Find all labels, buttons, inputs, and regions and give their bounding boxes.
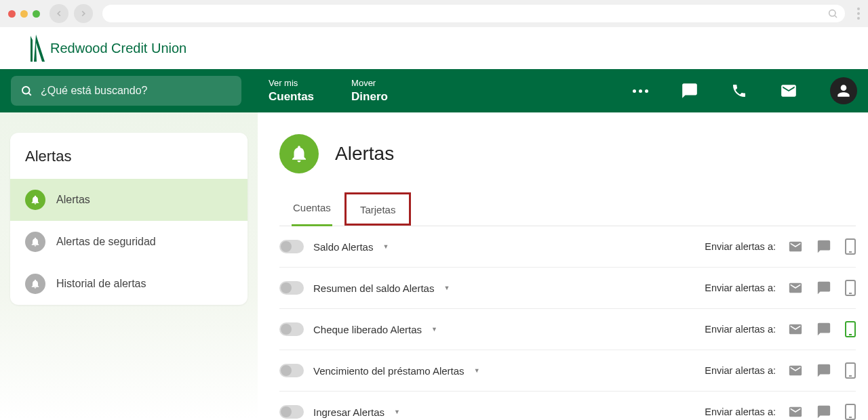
nav-actions bbox=[633, 77, 857, 104]
bell-icon bbox=[25, 232, 45, 252]
chevron-down-icon: ▼ bbox=[431, 326, 437, 333]
nav-accounts-line1: Ver mis bbox=[269, 78, 314, 89]
channel-icons bbox=[788, 280, 856, 296]
toggle-switch[interactable] bbox=[279, 364, 304, 377]
chevron-down-icon: ▼ bbox=[443, 285, 450, 291]
svg-point-2 bbox=[22, 87, 30, 94]
main-content: Alertas Cuentas Tarjetas Saldo Alertas▼E… bbox=[258, 112, 868, 420]
sms-channel-icon[interactable] bbox=[816, 322, 831, 337]
email-channel-icon[interactable] bbox=[788, 280, 803, 295]
sidebar-title: Alertas bbox=[10, 133, 248, 179]
email-channel-icon[interactable] bbox=[788, 363, 803, 378]
close-window-icon[interactable] bbox=[8, 10, 16, 18]
nav-links: Ver mis Cuentas Mover Dinero bbox=[269, 78, 388, 104]
svg-point-0 bbox=[829, 10, 835, 16]
search-icon bbox=[20, 85, 33, 97]
sidebar-item-security-alerts[interactable]: Alertas de seguridad bbox=[10, 221, 248, 263]
tab-cards[interactable]: Tarjetas bbox=[344, 192, 412, 226]
sms-channel-icon[interactable] bbox=[816, 280, 831, 295]
bell-icon bbox=[25, 190, 45, 210]
channel-icons bbox=[788, 238, 856, 255]
svg-line-1 bbox=[835, 16, 837, 18]
bell-icon bbox=[279, 134, 319, 173]
alert-label-text: Ingresar Alertas bbox=[313, 406, 384, 418]
sms-channel-icon[interactable] bbox=[816, 239, 831, 254]
alert-row: Saldo Alertas▼Enviar alertas a: bbox=[279, 226, 856, 268]
channel-icons bbox=[788, 404, 856, 420]
channel-icons bbox=[788, 362, 856, 379]
alert-row: Vencimiento del préstamo Alertas▼Enviar … bbox=[279, 350, 856, 392]
email-channel-icon[interactable] bbox=[788, 239, 803, 254]
logo-area: Redwood Credit Union bbox=[0, 27, 868, 69]
more-menu-icon[interactable] bbox=[633, 89, 648, 93]
sms-channel-icon[interactable] bbox=[816, 404, 831, 419]
toggle-switch[interactable] bbox=[279, 281, 304, 295]
phone-icon[interactable] bbox=[731, 83, 747, 99]
chevron-down-icon: ▼ bbox=[382, 243, 389, 250]
search-box[interactable] bbox=[11, 76, 241, 106]
alert-label-text: Vencimiento del préstamo Alertas bbox=[313, 365, 465, 377]
alert-label[interactable]: Resumen del saldo Alertas▼ bbox=[313, 282, 450, 294]
nav-accounts[interactable]: Ver mis Cuentas bbox=[269, 78, 314, 104]
mobile-channel-icon[interactable] bbox=[845, 321, 856, 337]
sidebar-item-alerts[interactable]: Alertas bbox=[10, 179, 248, 221]
main-nav: Ver mis Cuentas Mover Dinero bbox=[0, 69, 868, 112]
search-icon bbox=[827, 8, 838, 19]
minimize-window-icon[interactable] bbox=[20, 10, 28, 18]
brand-logo[interactable]: Redwood Credit Union bbox=[27, 35, 186, 62]
mobile-channel-icon[interactable] bbox=[845, 404, 856, 420]
channel-icons bbox=[788, 321, 856, 337]
sidebar-item-label: Alertas de seguridad bbox=[56, 236, 156, 248]
toggle-switch[interactable] bbox=[279, 405, 304, 419]
alert-list: Saldo Alertas▼Enviar alertas a:Resumen d… bbox=[279, 226, 856, 420]
brand-name: Redwood Credit Union bbox=[50, 41, 186, 56]
sidebar-item-label: Historial de alertas bbox=[56, 278, 146, 290]
alert-label[interactable]: Vencimiento del préstamo Alertas▼ bbox=[313, 365, 480, 377]
nav-move-line2: Dinero bbox=[351, 89, 388, 104]
sidebar-item-label: Alertas bbox=[56, 194, 90, 206]
toggle-switch[interactable] bbox=[279, 322, 304, 336]
send-to-label: Enviar alertas a: bbox=[705, 365, 776, 376]
page-title: Alertas bbox=[335, 143, 394, 165]
send-to-label: Enviar alertas a: bbox=[705, 282, 776, 293]
email-channel-icon[interactable] bbox=[788, 322, 803, 337]
back-button[interactable] bbox=[50, 4, 68, 23]
forward-button[interactable] bbox=[74, 4, 93, 23]
logo-mark-icon bbox=[27, 35, 45, 62]
alert-row: Cheque liberado Alertas▼Enviar alertas a… bbox=[279, 309, 856, 350]
alert-label-text: Cheque liberado Alertas bbox=[313, 324, 422, 335]
tabs: Cuentas Tarjetas bbox=[279, 192, 856, 226]
mail-icon[interactable] bbox=[780, 82, 797, 100]
mobile-channel-icon[interactable] bbox=[845, 238, 856, 255]
send-to-label: Enviar alertas a: bbox=[705, 406, 776, 417]
avatar[interactable] bbox=[830, 77, 857, 104]
chat-icon[interactable] bbox=[681, 82, 698, 100]
chevron-down-icon: ▼ bbox=[474, 367, 480, 374]
mobile-channel-icon[interactable] bbox=[845, 362, 856, 379]
svg-line-3 bbox=[28, 93, 31, 95]
bell-icon bbox=[25, 274, 45, 294]
alert-label-text: Resumen del saldo Alertas bbox=[313, 282, 434, 294]
alert-label[interactable]: Saldo Alertas▼ bbox=[313, 241, 389, 253]
toggle-switch[interactable] bbox=[279, 240, 304, 253]
tab-accounts[interactable]: Cuentas bbox=[279, 192, 344, 226]
email-channel-icon[interactable] bbox=[788, 404, 803, 419]
browser-menu-icon[interactable] bbox=[857, 7, 860, 20]
url-bar[interactable] bbox=[102, 5, 845, 22]
page-header: Alertas bbox=[279, 134, 856, 173]
maximize-window-icon[interactable] bbox=[33, 10, 40, 18]
sidebar-card: Alertas Alertas Alertas de seguridad His… bbox=[10, 133, 248, 305]
mobile-channel-icon[interactable] bbox=[845, 280, 856, 296]
alert-label[interactable]: Ingresar Alertas▼ bbox=[313, 406, 400, 418]
chevron-down-icon: ▼ bbox=[394, 408, 400, 415]
nav-accounts-line2: Cuentas bbox=[269, 89, 314, 104]
sms-channel-icon[interactable] bbox=[816, 363, 831, 378]
sidebar: Alertas Alertas Alertas de seguridad His… bbox=[0, 112, 258, 420]
send-to-label: Enviar alertas a: bbox=[705, 241, 776, 252]
send-to-label: Enviar alertas a: bbox=[705, 324, 776, 335]
alert-label[interactable]: Cheque liberado Alertas▼ bbox=[313, 324, 437, 335]
nav-move-money[interactable]: Mover Dinero bbox=[351, 78, 388, 104]
sidebar-item-alert-history[interactable]: Historial de alertas bbox=[10, 263, 248, 305]
window-controls bbox=[8, 10, 40, 18]
search-input[interactable] bbox=[41, 85, 232, 97]
